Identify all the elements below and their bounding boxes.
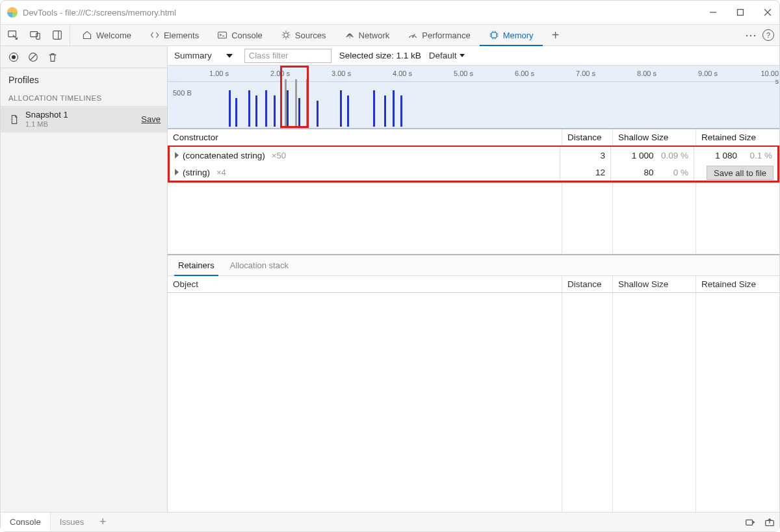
time-tick: 1.00 s — [209, 70, 229, 77]
time-tick: 6.00 s — [515, 70, 534, 77]
svg-rect-7 — [53, 31, 62, 40]
retainers-tabstrip: Retainers Allocation stack — [168, 254, 779, 276]
allocation-timeline[interactable]: 1.00 s 2.00 s 3.00 s 4.00 s 5.00 s 6.00 … — [168, 66, 779, 129]
dock-side-icon[interactable] — [46, 24, 68, 46]
col-distance[interactable]: Distance — [562, 129, 613, 146]
snapshot-item[interactable]: Snapshot 1 1.1 MB Save — [1, 107, 167, 133]
col-shallow[interactable]: Shallow Size — [613, 276, 696, 292]
tab-performance[interactable]: Performance — [398, 25, 479, 45]
drawer-icon-2[interactable] — [760, 513, 779, 531]
more-options-icon[interactable]: ⋯ — [745, 29, 757, 41]
clear-button[interactable] — [24, 46, 42, 68]
tab-console[interactable]: Console — [208, 25, 272, 45]
time-tick: 8.00 s — [637, 70, 656, 77]
tab-elements[interactable]: Elements — [140, 25, 208, 45]
app-icon — [7, 7, 18, 18]
col-retained[interactable]: Retained Size — [696, 276, 779, 292]
svg-point-10 — [284, 33, 288, 37]
tab-retainers[interactable]: Retainers — [170, 255, 222, 275]
app-window: DevTools - file:///C:/screens/memory.htm… — [0, 0, 780, 532]
tab-network[interactable]: Network — [335, 25, 399, 45]
help-icon[interactable]: ? — [762, 29, 774, 41]
tab-allocation-stack[interactable]: Allocation stack — [222, 255, 296, 275]
svg-rect-4 — [8, 31, 16, 37]
chevron-down-icon — [460, 54, 465, 57]
memory-panel: Summary Selected size: 1.1 kB Default 1.… — [168, 46, 779, 512]
constructors-rows: (concatenated string)×50 3 1 0000.09 % 1… — [168, 146, 779, 183]
tab-memory[interactable]: Memory — [480, 25, 543, 45]
tab-welcome[interactable]: Welcome — [73, 25, 140, 45]
drawer-tab-issues[interactable]: Issues — [51, 513, 94, 531]
delete-button[interactable] — [44, 46, 62, 68]
sidebar-subheading: ALLOCATION TIMELINES — [1, 90, 167, 107]
col-constructor[interactable]: Constructor — [168, 129, 562, 146]
panel-tabstrip: Welcome Elements Console Sources Network… — [1, 24, 779, 46]
time-tick: 7.00 s — [576, 70, 595, 77]
time-tick: 5.00 s — [454, 70, 473, 77]
svg-line-16 — [31, 54, 36, 60]
snapshot-icon — [7, 112, 21, 127]
table-row[interactable]: (string)×4 Save all to file 12 800 % 800… — [170, 164, 777, 181]
selected-size-label: Selected size: 1.1 kB — [339, 51, 421, 60]
svg-rect-6 — [36, 33, 40, 39]
profiles-sidebar: Profiles ALLOCATION TIMELINES Snapshot 1… — [1, 46, 168, 512]
svg-point-11 — [349, 37, 350, 38]
status-bar: Console Issues + — [1, 512, 779, 531]
expand-icon[interactable] — [175, 152, 179, 158]
time-tick: 4.00 s — [393, 70, 412, 77]
retainers-body — [168, 293, 779, 512]
expand-icon[interactable] — [175, 169, 179, 175]
time-tick: 2.00 s — [270, 70, 290, 77]
constructors-blank-area — [168, 183, 779, 254]
svg-rect-17 — [746, 520, 753, 525]
chevron-down-icon — [226, 54, 233, 58]
drawer-icon-1[interactable] — [740, 513, 760, 531]
save-all-button[interactable]: Save all to file — [707, 166, 774, 180]
col-distance[interactable]: Distance — [562, 276, 613, 292]
memory-toolbar: Summary Selected size: 1.1 kB Default — [168, 46, 779, 66]
table-row[interactable]: (concatenated string)×50 3 1 0000.09 % 1… — [170, 147, 777, 164]
add-tab-button[interactable]: + — [543, 25, 569, 45]
view-dropdown[interactable]: Summary — [174, 51, 237, 60]
col-shallow[interactable]: Shallow Size — [613, 129, 696, 146]
maximize-button[interactable] — [735, 7, 746, 18]
snapshot-save-link[interactable]: Save — [141, 114, 161, 124]
svg-rect-9 — [218, 32, 227, 38]
close-button[interactable] — [762, 7, 773, 18]
time-tick: 9.00 s — [698, 70, 718, 77]
inspect-element-icon[interactable] — [2, 24, 24, 46]
default-dropdown[interactable]: Default — [429, 51, 469, 60]
record-button[interactable] — [5, 46, 23, 68]
time-tick: 3.00 s — [332, 70, 351, 77]
drawer-tab-console[interactable]: Console — [1, 513, 51, 531]
plus-icon: + — [552, 28, 560, 43]
window-title: DevTools - file:///C:/screens/memory.htm… — [23, 8, 176, 18]
minimize-button[interactable] — [708, 7, 718, 18]
retainers-header: Object Distance Shallow Size Retained Si… — [168, 276, 779, 293]
class-filter-input[interactable] — [244, 49, 332, 63]
sidebar-heading-profiles: Profiles — [8, 75, 159, 85]
constructors-header: Constructor Distance Shallow Size Retain… — [168, 129, 779, 146]
svg-point-13 — [412, 36, 413, 38]
drawer-add-tab[interactable]: + — [93, 513, 112, 531]
snapshot-name: Snapshot 1 — [25, 110, 141, 120]
snapshot-size: 1.1 MB — [25, 120, 141, 129]
col-retained[interactable]: Retained Size — [696, 129, 779, 146]
device-toolbar-icon[interactable] — [24, 24, 46, 46]
title-bar: DevTools - file:///C:/screens/memory.htm… — [1, 1, 779, 24]
window-controls — [708, 7, 773, 18]
svg-rect-14 — [491, 32, 497, 38]
col-object[interactable]: Object — [168, 276, 562, 292]
tab-sources[interactable]: Sources — [272, 25, 335, 45]
record-icon — [9, 53, 18, 62]
svg-rect-1 — [738, 10, 744, 16]
